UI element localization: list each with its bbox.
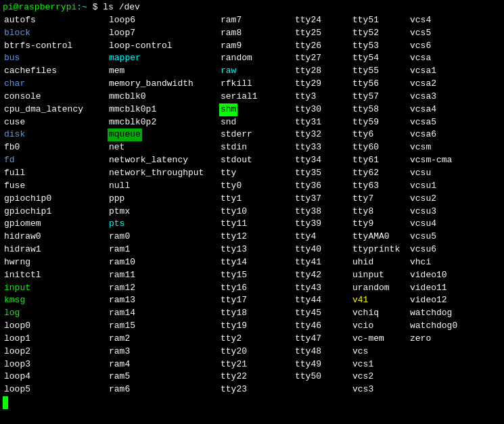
list-item: vcs2 <box>351 371 409 383</box>
list-item: tty4 <box>294 231 351 243</box>
list-item: block <box>3 27 108 40</box>
list-item: tty3 <box>294 91 351 103</box>
list-item: ram12 <box>108 282 219 295</box>
col-6: vcs4 vcs5 vcs6 vcsa vcsa1 vcsa2 vcsa3 vc… <box>409 14 466 396</box>
list-item: vcsa6 <box>409 128 466 141</box>
prompt-dollar: $ <box>93 1 104 14</box>
list-item: ram15 <box>108 320 219 333</box>
list-item: vcsu2 <box>409 193 466 206</box>
list-item: tty55 <box>351 65 409 78</box>
list-item: hwrng <box>3 256 108 269</box>
prompt-at: @ <box>14 1 19 14</box>
list-item: ram2 <box>108 333 219 346</box>
list-item: tty57 <box>351 91 409 103</box>
prompt-user: pi <box>3 1 14 14</box>
list-item: tty63 <box>351 180 409 193</box>
list-item: tty62 <box>351 167 409 180</box>
list-item: tty29 <box>294 78 351 91</box>
list-item: console <box>3 91 108 103</box>
ls-output: autofs block btrfs-control bus cachefile… <box>3 14 501 396</box>
list-item: vcsm-cma <box>409 154 466 167</box>
list-item: ram10 <box>108 256 219 269</box>
col-3: ram7 ram8 ram9 random raw rfkill serial1… <box>219 14 294 396</box>
list-item: tty6 <box>351 128 409 141</box>
list-item: ram0 <box>108 231 219 243</box>
list-item: mqueue <box>108 128 142 141</box>
list-item: gpiochip0 <box>3 193 108 206</box>
list-item: tty44 <box>294 294 351 307</box>
list-item: loop-control <box>108 40 219 53</box>
list-item: vcs6 <box>409 40 466 53</box>
list-item: char <box>3 78 108 91</box>
list-item: tty24 <box>294 14 351 27</box>
list-item: ram7 <box>219 14 294 27</box>
list-item: tty26 <box>294 40 351 53</box>
list-item: uhid <box>351 256 409 269</box>
list-item: tty40 <box>294 243 351 256</box>
list-item: vcs5 <box>409 27 466 40</box>
list-item: tty2 <box>219 333 294 346</box>
list-item: vcsa4 <box>409 103 466 116</box>
list-item: tty21 <box>219 358 294 371</box>
list-item: mem <box>108 65 219 78</box>
list-item: tty36 <box>294 180 351 193</box>
list-item: btrfs-control <box>3 40 108 53</box>
list-item: hidraw1 <box>3 243 108 256</box>
list-item: gpiomem <box>3 218 108 231</box>
list-item: tty14 <box>219 256 294 269</box>
list-item: hidraw0 <box>3 231 108 243</box>
list-item: input <box>3 282 108 295</box>
list-item: initctl <box>3 269 108 282</box>
list-item: rfkill <box>219 78 294 91</box>
prompt-hostname: raspberrypi <box>18 1 76 14</box>
list-item: v41 <box>351 294 409 307</box>
list-item: ptmx <box>108 206 219 218</box>
list-item: loop4 <box>3 371 108 383</box>
prompt-line: pi@raspberrypi:~ $ ls /dev <box>3 1 501 14</box>
list-item: ram11 <box>108 269 219 282</box>
list-item: ttyAMA0 <box>351 231 409 243</box>
list-item: stdout <box>219 154 294 167</box>
list-item: ttyprintk <box>351 243 409 256</box>
list-item: vcs1 <box>351 358 409 371</box>
list-item: tty0 <box>219 180 294 193</box>
list-item: vcs3 <box>351 383 409 396</box>
list-item: mapper <box>108 52 219 65</box>
list-item: tty45 <box>294 307 351 320</box>
list-item: vcio <box>351 320 409 333</box>
list-item: vcsa <box>409 52 466 65</box>
list-item: net <box>108 141 219 154</box>
list-item: stderr <box>219 128 294 141</box>
list-item: vcsu1 <box>409 180 466 193</box>
list-item: mmcblk0p1 <box>108 103 219 116</box>
list-item: vcsa3 <box>409 91 466 103</box>
list-item: snd <box>219 116 294 129</box>
list-item: loop0 <box>3 320 108 333</box>
list-item: tty17 <box>219 294 294 307</box>
col-5: tty51 tty52 tty53 tty54 tty55 tty56 tty5… <box>351 14 409 396</box>
list-item: tty54 <box>351 52 409 65</box>
list-item: tty35 <box>294 167 351 180</box>
list-item: tty56 <box>351 78 409 91</box>
list-item: loop7 <box>108 27 219 40</box>
col-4: tty24 tty25 tty26 tty27 tty28 tty29 tty3… <box>294 14 351 396</box>
col-1: autofs block btrfs-control bus cachefile… <box>3 14 108 396</box>
list-item: video12 <box>409 294 466 307</box>
list-item: null <box>108 180 219 193</box>
list-item: vcsu4 <box>409 218 466 231</box>
list-item: tty41 <box>294 256 351 269</box>
list-item: ppp <box>108 193 219 206</box>
list-item: random <box>219 52 294 65</box>
list-item: loop3 <box>3 358 108 371</box>
list-item: ram1 <box>108 243 219 256</box>
list-item: mmcblk0p2 <box>108 116 219 129</box>
list-item: watchdog0 <box>409 320 466 333</box>
list-item: vcs4 <box>409 14 466 27</box>
list-item: tty39 <box>294 218 351 231</box>
list-item: ram5 <box>108 371 219 383</box>
list-item: tty60 <box>351 141 409 154</box>
list-item: cpu_dma_latency <box>3 103 108 116</box>
list-item: cachefiles <box>3 65 108 78</box>
list-item: urandom <box>351 282 409 295</box>
list-item: disk <box>3 128 108 141</box>
